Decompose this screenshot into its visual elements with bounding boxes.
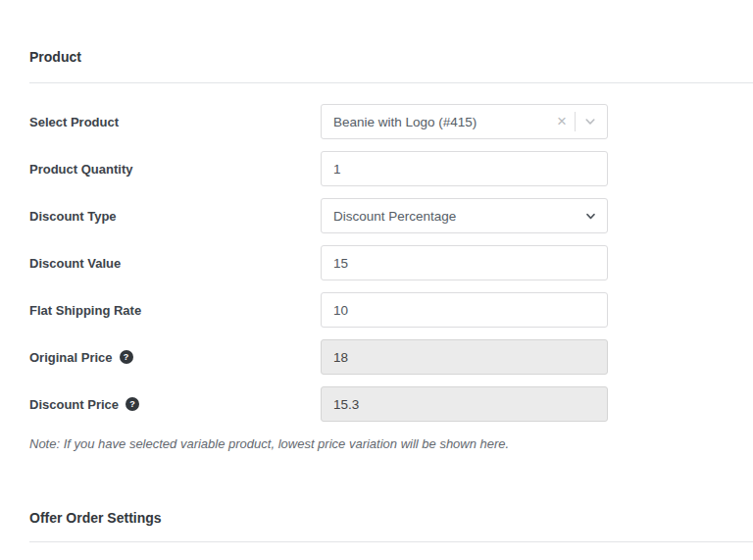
form-row-discount-value: Discount Value xyxy=(29,245,753,280)
selected-product-value: Beanie with Logo (#415) xyxy=(333,115,557,129)
section-divider xyxy=(29,541,753,542)
help-icon[interactable]: ? xyxy=(126,397,139,411)
select-product-label: Select Product xyxy=(29,115,119,129)
product-section-title: Product xyxy=(29,47,753,67)
product-quantity-input[interactable] xyxy=(321,151,608,186)
discount-value-label: Discount Value xyxy=(29,256,121,271)
discount-price-input xyxy=(321,386,608,422)
chevron-down-icon[interactable] xyxy=(583,115,597,128)
discount-value-input[interactable] xyxy=(321,245,608,280)
variable-product-note: Note: If you have selected variable prod… xyxy=(29,435,753,453)
offer-order-settings-title: Offer Order Settings xyxy=(29,508,753,528)
product-quantity-label: Product Quantity xyxy=(29,162,132,177)
chevron-down-icon xyxy=(584,210,597,223)
flat-shipping-rate-input[interactable] xyxy=(321,292,608,328)
help-icon[interactable]: ? xyxy=(120,350,133,364)
section-divider xyxy=(29,82,753,83)
original-price-input xyxy=(321,339,608,375)
product-form: Select Product Beanie with Logo (#415) ×… xyxy=(29,104,753,422)
discount-type-label: Discount Type xyxy=(29,209,117,224)
form-row-original-price: Original Price ? xyxy=(29,339,753,375)
clear-selection-icon[interactable]: × xyxy=(557,113,575,131)
discount-price-label: Discount Price xyxy=(29,397,119,412)
discount-type-select[interactable]: Discount Percentage xyxy=(321,198,608,233)
separator xyxy=(575,112,576,131)
form-row-product-quantity: Product Quantity xyxy=(29,151,753,186)
discount-type-value: Discount Percentage xyxy=(333,209,584,224)
form-row-flat-shipping-rate: Flat Shipping Rate xyxy=(29,292,753,328)
flat-shipping-rate-label: Flat Shipping Rate xyxy=(29,303,141,318)
original-price-label: Original Price xyxy=(29,350,113,365)
form-row-select-product: Select Product Beanie with Logo (#415) × xyxy=(29,104,753,139)
select-product-combobox[interactable]: Beanie with Logo (#415) × xyxy=(321,104,608,139)
form-row-discount-type: Discount Type Discount Percentage xyxy=(29,198,753,233)
offer-settings-page: Product Select Product Beanie with Logo … xyxy=(0,0,753,560)
form-row-discount-price: Discount Price ? xyxy=(29,386,753,422)
